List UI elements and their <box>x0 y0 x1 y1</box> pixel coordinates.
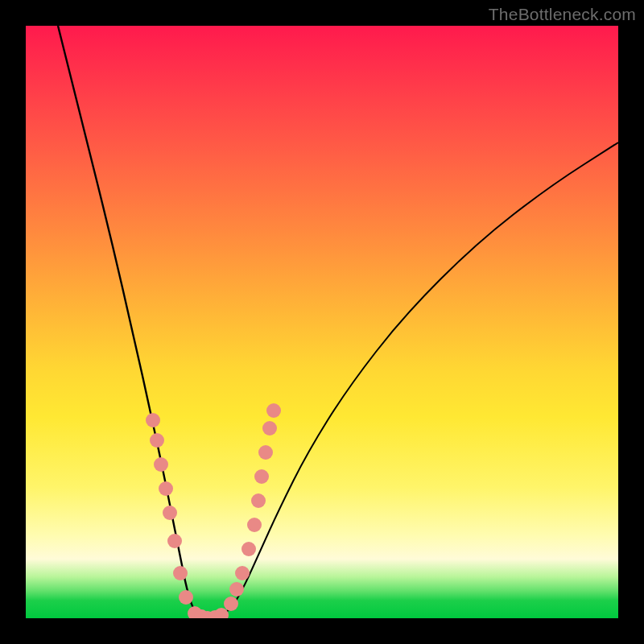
bubble-dot <box>173 566 188 580</box>
bubble-dot <box>154 457 168 472</box>
bubble-dot <box>229 582 244 597</box>
bubble-dot <box>254 469 269 484</box>
bubble-dot <box>150 433 164 448</box>
plot-area <box>26 26 618 618</box>
curve-right <box>209 142 618 618</box>
outer-frame: TheBottleneck.com <box>0 0 644 644</box>
curve-left <box>58 26 209 618</box>
bubble-group <box>146 403 281 618</box>
chart-svg <box>26 26 618 618</box>
bubble-dot <box>163 506 177 520</box>
bubble-dot <box>224 597 238 611</box>
bubble-dot <box>262 421 277 436</box>
bubble-dot <box>242 542 256 556</box>
bubble-dot <box>235 566 250 580</box>
bubble-dot <box>146 413 160 427</box>
bubble-dot <box>167 534 182 548</box>
watermark-text: TheBottleneck.com <box>489 5 636 24</box>
bubble-dot <box>266 403 281 418</box>
bubble-dot <box>247 518 262 532</box>
bubble-dot <box>159 481 173 496</box>
bubble-dot <box>179 590 193 605</box>
bubble-dot <box>251 493 266 508</box>
bubble-dot <box>258 445 273 460</box>
